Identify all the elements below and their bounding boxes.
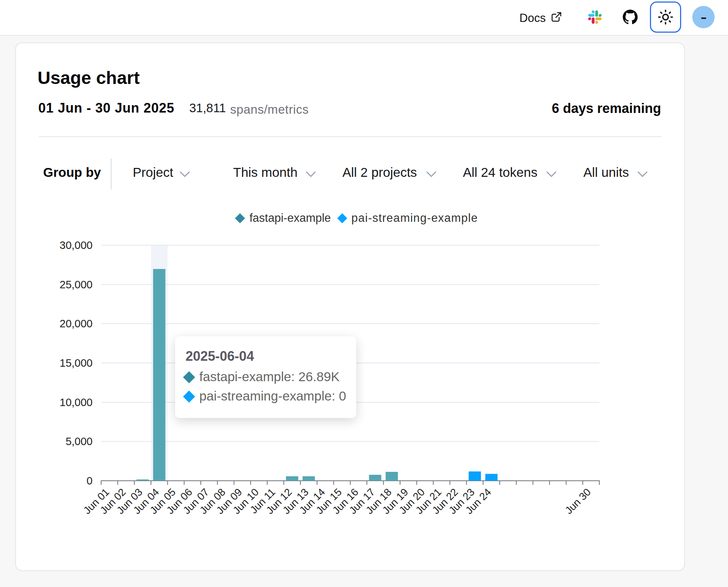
svg-text:Jun 30: Jun 30 <box>563 486 593 516</box>
svg-text:30,000: 30,000 <box>59 239 93 251</box>
svg-text:5,000: 5,000 <box>65 435 93 447</box>
svg-text:10,000: 10,000 <box>59 396 93 408</box>
svg-text:20,000: 20,000 <box>59 318 93 330</box>
svg-text:0: 0 <box>87 475 93 487</box>
svg-text:25,000: 25,000 <box>59 279 93 291</box>
svg-text:15,000: 15,000 <box>59 357 93 369</box>
